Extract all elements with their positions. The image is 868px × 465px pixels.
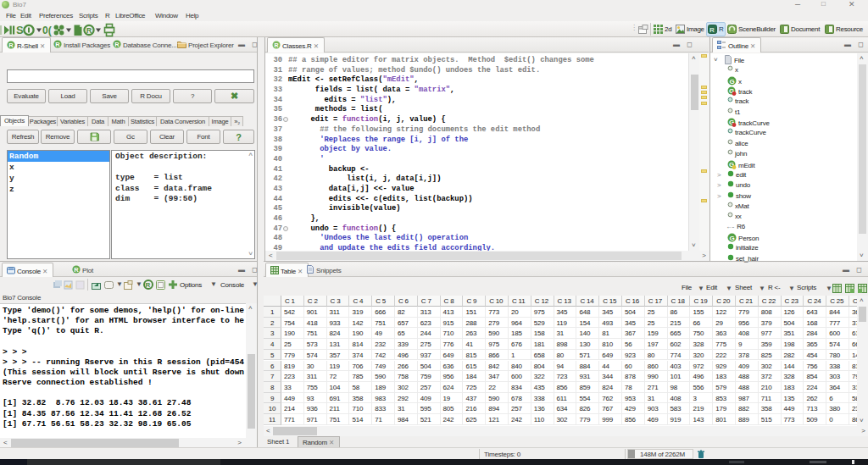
svg-text:R: R: [275, 42, 279, 48]
svg-text:0(: 0(: [42, 25, 52, 36]
svg-text:R: R: [709, 26, 715, 34]
svg-text:G: G: [730, 234, 735, 241]
svg-text:R: R: [146, 281, 151, 289]
svg-text:R: R: [55, 41, 60, 48]
svg-text:R: R: [114, 41, 120, 48]
svg-text:G: G: [730, 77, 735, 85]
svg-text:R: R: [74, 266, 79, 274]
svg-text:R: R: [8, 42, 14, 49]
svg-text:R: R: [86, 26, 92, 35]
svg-text:S: S: [16, 24, 24, 36]
